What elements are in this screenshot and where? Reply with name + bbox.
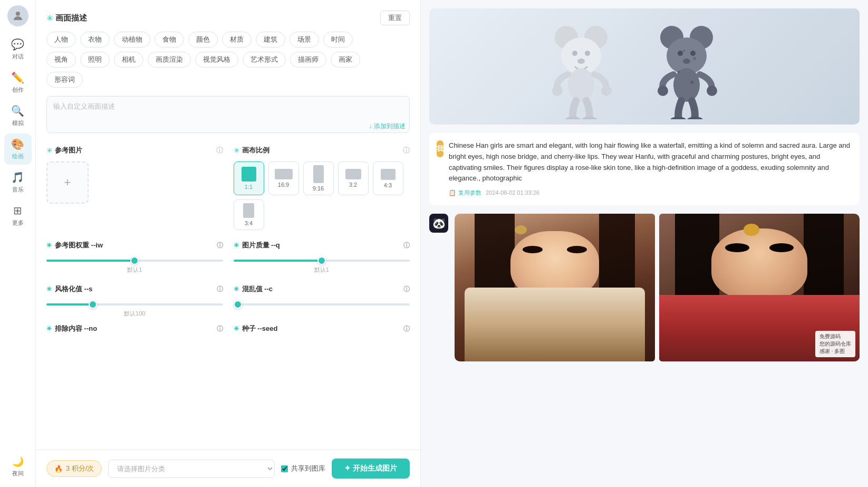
ref-asterisk: ✳: [46, 146, 53, 155]
night-label: 夜间: [12, 470, 24, 478]
sidebar-item-music[interactable]: 🎵 音乐: [4, 167, 32, 198]
draw-icon: 🎨: [11, 138, 24, 150]
ref-weight-slider[interactable]: [46, 260, 223, 262]
ratio-9-16[interactable]: 9:16: [303, 161, 334, 195]
ratio-label-9-16: 9:16: [313, 185, 324, 192]
seed-header: ✳ 种子 --seed ⓘ: [234, 324, 410, 333]
moon-icon: 🌙: [12, 456, 24, 467]
night-mode-section: 🌙 夜间: [4, 452, 32, 482]
tag-animals[interactable]: 动植物: [114, 32, 150, 47]
chat-meta: 📋 复用参数 2024-08-02 01:33:26: [449, 188, 852, 198]
generated-image-1[interactable]: [455, 214, 655, 361]
style-info[interactable]: ⓘ: [217, 285, 223, 294]
sidebar-item-create[interactable]: ✏️ 创作: [4, 67, 32, 98]
tag-building[interactable]: 建筑: [256, 32, 285, 47]
image-quality-info[interactable]: ⓘ: [403, 241, 410, 250]
scene-desc-section: ✳ 画面描述 重置 人物 衣物 动植物 食物 颜色 材质 建筑 场景 时间 视角: [46, 11, 410, 135]
seed-info[interactable]: ⓘ: [403, 324, 410, 333]
tag-lighting[interactable]: 照明: [80, 52, 110, 68]
simulate-icon: 🔍: [11, 104, 24, 117]
more-icon: ⊞: [13, 204, 22, 217]
reset-button[interactable]: 重置: [380, 11, 410, 25]
left-panel: ✳ 画面描述 重置 人物 衣物 动植物 食物 颜色 材质 建筑 场景 时间 视角: [36, 0, 421, 487]
ref-image-upload[interactable]: +: [46, 161, 89, 204]
ref-ratio-row: ✳ 参考图片 ⓘ + ✳ 画布比例 ⓘ: [46, 146, 410, 230]
generate-button[interactable]: ✦ 开始生成图片: [332, 459, 410, 479]
hanfu: [465, 288, 645, 361]
tag-time[interactable]: 时间: [323, 32, 353, 47]
ref-info-icon[interactable]: ⓘ: [216, 146, 223, 155]
avatar[interactable]: [7, 5, 28, 26]
tags-row-2: 视角 照明 相机 画质渲染 视觉风格 艺术形式 描画师 画家: [46, 52, 410, 68]
chat-icon: 💬: [11, 38, 24, 51]
desc-textarea[interactable]: [46, 96, 410, 133]
sidebar-item-night[interactable]: 🌙 夜间: [4, 452, 32, 482]
share-checkbox-input[interactable]: [281, 465, 288, 472]
svg-point-26: [690, 81, 693, 84]
sidebar-item-simulate[interactable]: 🔍 模拟: [4, 100, 32, 131]
tag-angle[interactable]: 视角: [46, 52, 76, 68]
tag-visual[interactable]: 视觉风格: [195, 52, 238, 68]
scene-desc-header: ✳ 画面描述 重置: [46, 11, 410, 25]
category-select[interactable]: 请选择图片分类: [108, 460, 275, 478]
sidebar-item-music-label: 音乐: [12, 186, 24, 194]
copy-params-label: 复用参数: [458, 188, 481, 198]
share-checkbox-label: 共享到图库: [291, 464, 325, 473]
svg-point-8: [552, 85, 563, 96]
tag-material[interactable]: 材质: [222, 32, 252, 47]
style-value-slider[interactable]: [46, 303, 223, 305]
exclude-section: ✳ 排除内容 --no ⓘ: [46, 324, 223, 338]
sidebar-item-simulate-label: 模拟: [12, 119, 24, 127]
watermark-line3: 感谢 · 多图: [819, 348, 851, 355]
image-quality-default: 默认1: [234, 266, 410, 274]
panda-icon: 🐼: [432, 217, 446, 230]
image-grid-container: 免费源码 您的源码仓库 感谢 · 多图: [455, 214, 860, 361]
tag-person[interactable]: 人物: [46, 32, 76, 47]
exclude-info[interactable]: ⓘ: [217, 324, 223, 333]
svg-point-18: [673, 68, 700, 102]
main-content: ✳ 画面描述 重置 人物 衣物 动植物 食物 颜色 材质 建筑 场景 时间 视角: [36, 0, 868, 487]
ratio-4-3[interactable]: 4:3: [373, 161, 403, 195]
share-label[interactable]: 共享到图库: [281, 464, 325, 473]
svg-point-9: [601, 85, 612, 96]
svg-point-15: [678, 51, 683, 56]
bottom-bar: 🔥 3 积分/次 请选择图片分类 共享到图库 ✦ 开始生成图片: [36, 450, 420, 487]
tag-art[interactable]: 艺术形式: [243, 52, 286, 68]
add-desc-button[interactable]: ↓ 添加到描述: [369, 122, 406, 131]
ratio-info-icon[interactable]: ⓘ: [403, 146, 410, 155]
chaos-value-header: ✳ 混乱值 --c ⓘ: [234, 284, 410, 294]
credits-badge: 🔥 3 积分/次: [46, 460, 102, 477]
chaos-value-title: 混乱值 --c: [242, 284, 273, 294]
panda-response: 🐼: [429, 214, 860, 361]
tag-artist[interactable]: 画家: [331, 52, 360, 68]
tag-scene[interactable]: 场景: [290, 32, 319, 47]
ratio-label-16-9: 16:9: [278, 182, 289, 188]
ref-weight-info[interactable]: ⓘ: [217, 241, 223, 250]
textarea-wrap: ↓ 添加到描述: [46, 92, 410, 135]
ref-image-col: ✳ 参考图片 ⓘ +: [46, 146, 223, 230]
tag-color[interactable]: 颜色: [188, 32, 218, 47]
generated-image-2[interactable]: 免费源码 您的源码仓库 感谢 · 多图: [659, 214, 860, 361]
tag-quality[interactable]: 画质渲染: [148, 52, 191, 68]
ratio-16-9[interactable]: 16:9: [268, 161, 299, 195]
tag-clothes[interactable]: 衣物: [80, 32, 110, 47]
ratio-3-4[interactable]: 3:4: [234, 199, 264, 230]
style-value-section: ✳ 风格化值 --s ⓘ 默认100: [46, 284, 223, 318]
sidebar-item-draw[interactable]: 🎨 绘画: [4, 133, 32, 165]
ratio-1-1[interactable]: 1:1: [234, 161, 264, 195]
chaos-info[interactable]: ⓘ: [403, 285, 410, 294]
tag-food[interactable]: 食物: [155, 32, 184, 47]
tag-camera[interactable]: 相机: [114, 52, 143, 68]
copy-params-button[interactable]: 📋 复用参数: [449, 188, 481, 198]
tag-painter[interactable]: 描画师: [290, 52, 326, 68]
image-quality-slider[interactable]: [234, 260, 410, 262]
tag-adjective[interactable]: 形容词: [46, 72, 83, 88]
eye-left2: [725, 243, 749, 252]
sidebar-item-more[interactable]: ⊞ 更多: [4, 200, 32, 231]
timestamp: 2024-08-02 01:33:26: [486, 188, 539, 198]
style-value-title: 风格化值 --s: [55, 284, 93, 294]
svg-point-0: [16, 12, 20, 16]
chaos-value-slider[interactable]: [234, 303, 410, 305]
sidebar-item-chat[interactable]: 💬 对话: [4, 34, 32, 65]
ratio-3-2[interactable]: 3:2: [338, 161, 369, 195]
